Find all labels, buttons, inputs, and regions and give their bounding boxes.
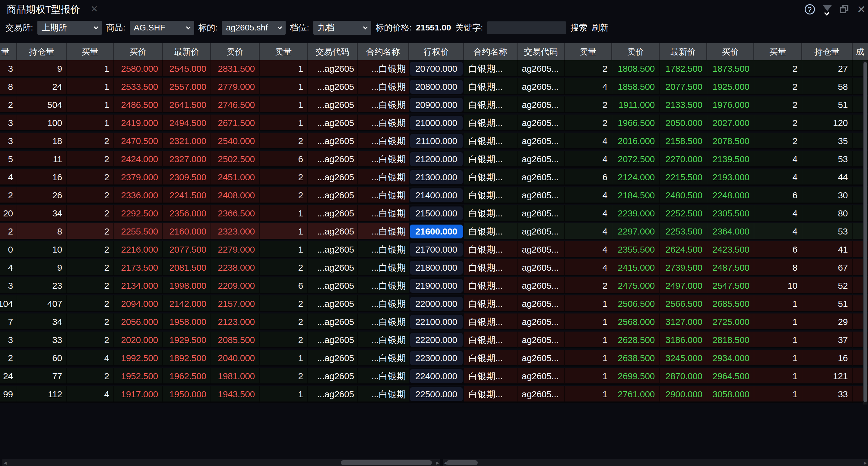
call-open-interest[interactable]: 407 [17, 295, 67, 312]
call-bid-price[interactable]: 1992.500 [114, 350, 163, 367]
call-ask-price[interactable]: 2123.000 [211, 313, 260, 330]
put-code[interactable]: ag2605... [518, 350, 565, 367]
call-last-price[interactable]: 1929.500 [163, 332, 211, 348]
strike-price-cell[interactable]: 21500.000 [409, 205, 464, 222]
put-open-interest[interactable]: 29 [802, 313, 852, 330]
selected-strike-price[interactable]: 21600.000 [410, 225, 463, 238]
put-bid-volume[interactable]: 1 [754, 313, 802, 330]
put-last-price[interactable]: 2497.000 [660, 277, 707, 294]
put-bid-volume[interactable]: 4 [754, 205, 802, 222]
call-code[interactable]: ...ag2605 [308, 259, 358, 276]
put-code[interactable]: ag2605... [518, 277, 565, 294]
call-volume[interactable]: 2 [0, 96, 17, 113]
put-name[interactable]: 白银期... [464, 368, 518, 385]
column-header-call-ask-price[interactable]: 卖价 [211, 43, 260, 60]
put-bid-price[interactable]: 2818.500 [707, 332, 754, 348]
put-last-price[interactable]: 1782.500 [660, 60, 707, 77]
call-open-interest[interactable]: 60 [17, 350, 67, 367]
put-bid-volume[interactable]: 1 [754, 368, 802, 385]
call-volume[interactable]: 3 [0, 332, 17, 348]
put-code[interactable]: ag2605... [518, 96, 565, 113]
call-name[interactable]: ...白银期 [358, 368, 409, 385]
call-bid-volume[interactable]: 2 [67, 259, 114, 276]
put-ask-price[interactable]: 2072.500 [612, 151, 660, 168]
call-code[interactable]: ...ag2605 [308, 277, 358, 294]
call-name[interactable]: ...白银期 [358, 241, 409, 258]
call-name[interactable]: ...白银期 [358, 96, 409, 113]
call-name[interactable]: ...白银期 [358, 223, 409, 240]
put-bid-price[interactable]: 2487.500 [707, 259, 754, 276]
put-last-price[interactable]: 2739.500 [660, 259, 707, 276]
call-open-interest[interactable]: 33 [17, 332, 67, 348]
call-name[interactable]: ...白银期 [358, 169, 409, 186]
call-code[interactable]: ...ag2605 [308, 187, 358, 204]
call-code[interactable]: ...ag2605 [308, 78, 358, 95]
call-bid-volume[interactable]: 2 [67, 332, 114, 348]
call-last-price[interactable]: 1998.000 [163, 277, 211, 294]
column-header-put-ask-volume[interactable]: 卖量 [565, 43, 612, 60]
call-open-interest[interactable]: 18 [17, 133, 67, 149]
horizontal-scrollbar-left[interactable]: ◂ ▸ [2, 459, 440, 466]
call-ask-price[interactable]: 2040.000 [211, 350, 260, 367]
call-ask-volume[interactable]: 1 [260, 386, 308, 403]
put-ask-price[interactable]: 2184.500 [612, 187, 660, 204]
column-header-put-name[interactable]: 合约名称 [464, 43, 518, 60]
call-bid-price[interactable]: 2255.500 [114, 223, 163, 240]
column-header-put-bid-volume[interactable]: 买量 [754, 43, 802, 60]
call-bid-price[interactable]: 2056.000 [114, 313, 163, 330]
call-ask-volume[interactable]: 1 [260, 205, 308, 222]
put-ask-price[interactable]: 2699.500 [612, 368, 660, 385]
call-code[interactable]: ...ag2605 [308, 114, 358, 131]
call-ask-volume[interactable]: 2 [260, 169, 308, 186]
put-ask-price[interactable]: 2016.000 [612, 133, 660, 149]
put-open-interest[interactable]: 53 [802, 223, 852, 240]
tab-close-icon[interactable]: ✕ [91, 0, 98, 19]
put-bid-price[interactable]: 1976.000 [707, 96, 754, 113]
call-ask-price[interactable]: 2209.000 [211, 277, 260, 294]
put-ask-volume[interactable]: 2 [565, 277, 612, 294]
call-code[interactable]: ...ag2605 [308, 386, 358, 403]
strike-price[interactable]: 22500.000 [410, 387, 463, 401]
put-last-price[interactable]: 2270.000 [660, 151, 707, 168]
call-code[interactable]: ...ag2605 [308, 169, 358, 186]
call-open-interest[interactable]: 24 [17, 78, 67, 95]
scrollbar-thumb[interactable] [341, 460, 432, 465]
call-name[interactable]: ...白银期 [358, 133, 409, 149]
strike-price[interactable]: 21500.000 [410, 206, 463, 220]
put-last-price[interactable]: 2624.500 [660, 241, 707, 258]
call-last-price[interactable]: 2241.500 [163, 187, 211, 204]
call-bid-volume[interactable]: 2 [67, 133, 114, 149]
call-bid-price[interactable]: 2020.000 [114, 332, 163, 348]
call-volume[interactable]: 3 [0, 114, 17, 131]
call-volume[interactable]: 0 [0, 241, 17, 258]
put-open-interest[interactable]: 44 [802, 169, 852, 186]
call-ask-volume[interactable]: 2 [260, 368, 308, 385]
call-code[interactable]: ...ag2605 [308, 60, 358, 77]
put-ask-volume[interactable]: 1 [565, 332, 612, 348]
put-ask-price[interactable]: 1911.000 [612, 96, 660, 113]
put-bid-price[interactable]: 2139.500 [707, 151, 754, 168]
keyword-input[interactable] [487, 22, 566, 34]
call-ask-price[interactable]: 2746.500 [211, 96, 260, 113]
call-name[interactable]: ...白银期 [358, 350, 409, 367]
call-name[interactable]: ...白银期 [358, 151, 409, 168]
call-open-interest[interactable]: 34 [17, 313, 67, 330]
put-ask-price[interactable]: 2355.500 [612, 241, 660, 258]
close-icon[interactable]: ✕ [857, 3, 866, 15]
call-last-price[interactable]: 2321.000 [163, 133, 211, 149]
put-code[interactable]: ag2605... [518, 169, 565, 186]
call-last-price[interactable]: 2081.500 [163, 259, 211, 276]
call-volume[interactable]: 5 [0, 151, 17, 168]
strike-price-cell[interactable]: 21200.000 [409, 151, 464, 168]
strike-price-cell[interactable]: 20800.000 [409, 78, 464, 95]
put-ask-volume[interactable]: 1 [565, 295, 612, 312]
put-code[interactable]: ag2605... [518, 368, 565, 385]
put-bid-price[interactable]: 2027.000 [707, 114, 754, 131]
call-ask-volume[interactable]: 2 [260, 313, 308, 330]
put-ask-price[interactable]: 2761.000 [612, 386, 660, 403]
strike-price[interactable]: 20900.000 [410, 98, 463, 112]
call-name[interactable]: ...白银期 [358, 259, 409, 276]
call-ask-volume[interactable]: 2 [260, 332, 308, 348]
strike-price[interactable]: 21700.000 [410, 243, 463, 257]
strike-price[interactable]: 20700.000 [410, 62, 463, 76]
